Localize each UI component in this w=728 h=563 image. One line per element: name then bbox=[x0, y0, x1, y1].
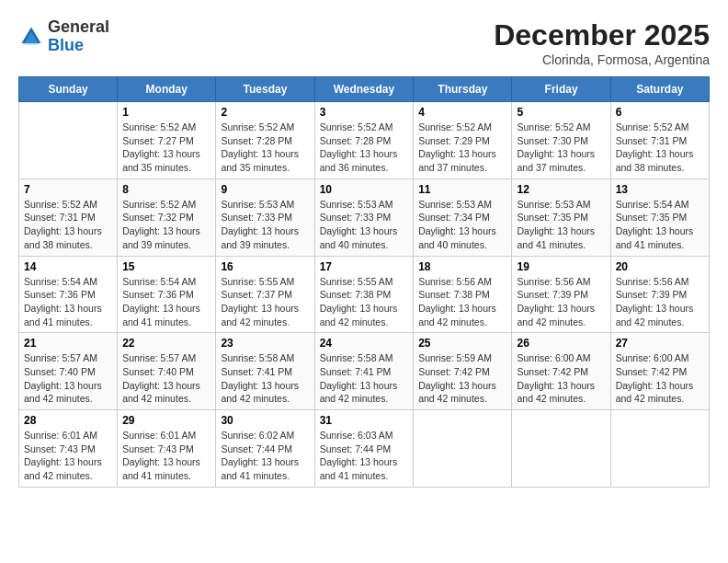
calendar-cell: 7Sunrise: 5:52 AMSunset: 7:31 PMDaylight… bbox=[19, 178, 118, 256]
day-number: 12 bbox=[517, 183, 605, 196]
day-number: 18 bbox=[418, 260, 506, 273]
day-number: 5 bbox=[517, 106, 605, 119]
day-info: Sunrise: 6:00 AMSunset: 7:42 PMDaylight:… bbox=[616, 351, 704, 406]
day-info: Sunrise: 5:54 AMSunset: 7:36 PMDaylight:… bbox=[24, 275, 112, 329]
calendar-cell: 18Sunrise: 5:56 AMSunset: 7:38 PMDayligh… bbox=[414, 256, 512, 333]
calendar-cell: 31Sunrise: 6:03 AMSunset: 7:44 PMDayligh… bbox=[314, 410, 414, 488]
day-info: Sunrise: 6:01 AMSunset: 7:43 PMDaylight:… bbox=[122, 429, 210, 483]
week-row-0: 1Sunrise: 5:52 AMSunset: 7:27 PMDaylight… bbox=[19, 102, 710, 179]
day-info: Sunrise: 5:54 AMSunset: 7:36 PMDaylight:… bbox=[122, 275, 210, 329]
day-header-saturday: Saturday bbox=[610, 77, 709, 102]
day-number: 4 bbox=[418, 106, 506, 119]
month-title: December 2025 bbox=[494, 18, 710, 52]
day-number: 27 bbox=[616, 337, 704, 350]
calendar-cell: 11Sunrise: 5:53 AMSunset: 7:34 PMDayligh… bbox=[414, 178, 512, 256]
calendar-cell bbox=[414, 410, 512, 488]
logo-icon bbox=[18, 24, 44, 50]
day-number: 19 bbox=[517, 260, 605, 273]
day-info: Sunrise: 5:55 AMSunset: 7:37 PMDaylight:… bbox=[221, 275, 309, 329]
day-number: 28 bbox=[24, 414, 112, 427]
day-info: Sunrise: 5:53 AMSunset: 7:33 PMDaylight:… bbox=[320, 198, 409, 252]
logo-text: General Blue bbox=[48, 18, 109, 55]
week-row-2: 14Sunrise: 5:54 AMSunset: 7:36 PMDayligh… bbox=[19, 256, 710, 333]
calendar-cell: 1Sunrise: 5:52 AMSunset: 7:27 PMDaylight… bbox=[118, 102, 216, 179]
day-info: Sunrise: 6:03 AMSunset: 7:44 PMDaylight:… bbox=[320, 429, 409, 483]
week-row-3: 21Sunrise: 5:57 AMSunset: 7:40 PMDayligh… bbox=[19, 333, 710, 410]
day-header-wednesday: Wednesday bbox=[314, 77, 414, 102]
calendar-cell: 26Sunrise: 6:00 AMSunset: 7:42 PMDayligh… bbox=[512, 333, 610, 410]
day-info: Sunrise: 5:53 AMSunset: 7:35 PMDaylight:… bbox=[517, 198, 605, 252]
calendar-cell: 25Sunrise: 5:59 AMSunset: 7:42 PMDayligh… bbox=[414, 333, 512, 410]
day-info: Sunrise: 5:52 AMSunset: 7:31 PMDaylight:… bbox=[24, 198, 112, 252]
calendar-cell: 15Sunrise: 5:54 AMSunset: 7:36 PMDayligh… bbox=[118, 256, 216, 333]
calendar-cell: 28Sunrise: 6:01 AMSunset: 7:43 PMDayligh… bbox=[19, 410, 118, 488]
page-header: General Blue December 2025 Clorinda, For… bbox=[18, 18, 710, 67]
day-number: 20 bbox=[616, 260, 704, 273]
day-info: Sunrise: 5:52 AMSunset: 7:32 PMDaylight:… bbox=[122, 198, 210, 252]
calendar-cell: 19Sunrise: 5:56 AMSunset: 7:39 PMDayligh… bbox=[512, 256, 610, 333]
day-header-monday: Monday bbox=[118, 77, 216, 102]
day-info: Sunrise: 5:52 AMSunset: 7:30 PMDaylight:… bbox=[517, 121, 605, 175]
calendar-cell: 9Sunrise: 5:53 AMSunset: 7:33 PMDaylight… bbox=[216, 178, 314, 256]
calendar-cell: 3Sunrise: 5:52 AMSunset: 7:28 PMDaylight… bbox=[314, 102, 414, 179]
day-info: Sunrise: 6:02 AMSunset: 7:44 PMDaylight:… bbox=[221, 429, 309, 483]
day-header-tuesday: Tuesday bbox=[216, 77, 314, 102]
day-info: Sunrise: 5:58 AMSunset: 7:41 PMDaylight:… bbox=[320, 351, 409, 406]
calendar-cell: 20Sunrise: 5:56 AMSunset: 7:39 PMDayligh… bbox=[610, 256, 709, 333]
calendar-cell: 24Sunrise: 5:58 AMSunset: 7:41 PMDayligh… bbox=[314, 333, 414, 410]
day-number: 17 bbox=[320, 260, 409, 273]
day-info: Sunrise: 5:52 AMSunset: 7:27 PMDaylight:… bbox=[122, 121, 210, 175]
day-info: Sunrise: 5:57 AMSunset: 7:40 PMDaylight:… bbox=[24, 351, 112, 406]
calendar-header-row: SundayMondayTuesdayWednesdayThursdayFrid… bbox=[19, 77, 710, 102]
day-number: 21 bbox=[24, 337, 112, 350]
day-number: 1 bbox=[122, 106, 210, 119]
calendar-cell: 6Sunrise: 5:52 AMSunset: 7:31 PMDaylight… bbox=[610, 102, 709, 179]
day-number: 31 bbox=[320, 414, 409, 427]
calendar-cell bbox=[19, 102, 118, 179]
day-info: Sunrise: 5:52 AMSunset: 7:29 PMDaylight:… bbox=[418, 121, 506, 175]
calendar-cell: 30Sunrise: 6:02 AMSunset: 7:44 PMDayligh… bbox=[216, 410, 314, 488]
day-number: 14 bbox=[24, 260, 112, 273]
calendar-cell bbox=[512, 410, 610, 488]
day-info: Sunrise: 5:52 AMSunset: 7:31 PMDaylight:… bbox=[616, 121, 704, 175]
day-number: 7 bbox=[24, 183, 112, 196]
calendar-cell: 4Sunrise: 5:52 AMSunset: 7:29 PMDaylight… bbox=[414, 102, 512, 179]
calendar-cell bbox=[610, 410, 709, 488]
calendar-cell: 5Sunrise: 5:52 AMSunset: 7:30 PMDaylight… bbox=[512, 102, 610, 179]
day-number: 29 bbox=[122, 414, 210, 427]
day-info: Sunrise: 5:54 AMSunset: 7:35 PMDaylight:… bbox=[616, 198, 704, 252]
calendar-cell: 22Sunrise: 5:57 AMSunset: 7:40 PMDayligh… bbox=[118, 333, 216, 410]
day-number: 16 bbox=[221, 260, 309, 273]
calendar-cell: 17Sunrise: 5:55 AMSunset: 7:38 PMDayligh… bbox=[314, 256, 414, 333]
logo-blue: Blue bbox=[48, 36, 84, 54]
location-subtitle: Clorinda, Formosa, Argentina bbox=[494, 52, 710, 67]
calendar-cell: 13Sunrise: 5:54 AMSunset: 7:35 PMDayligh… bbox=[610, 178, 709, 256]
title-area: December 2025 Clorinda, Formosa, Argenti… bbox=[494, 18, 710, 67]
day-number: 10 bbox=[320, 183, 409, 196]
calendar-cell: 23Sunrise: 5:58 AMSunset: 7:41 PMDayligh… bbox=[216, 333, 314, 410]
day-number: 22 bbox=[122, 337, 210, 350]
calendar-cell: 16Sunrise: 5:55 AMSunset: 7:37 PMDayligh… bbox=[216, 256, 314, 333]
day-info: Sunrise: 6:00 AMSunset: 7:42 PMDaylight:… bbox=[517, 351, 605, 406]
day-number: 25 bbox=[418, 337, 506, 350]
day-number: 2 bbox=[221, 106, 309, 119]
day-number: 13 bbox=[616, 183, 704, 196]
calendar-cell: 14Sunrise: 5:54 AMSunset: 7:36 PMDayligh… bbox=[19, 256, 118, 333]
day-number: 3 bbox=[320, 106, 409, 119]
day-info: Sunrise: 5:59 AMSunset: 7:42 PMDaylight:… bbox=[418, 351, 506, 406]
day-number: 8 bbox=[122, 183, 210, 196]
day-info: Sunrise: 5:56 AMSunset: 7:38 PMDaylight:… bbox=[418, 275, 506, 329]
day-header-thursday: Thursday bbox=[414, 77, 512, 102]
day-info: Sunrise: 5:57 AMSunset: 7:40 PMDaylight:… bbox=[122, 351, 210, 406]
calendar-cell: 21Sunrise: 5:57 AMSunset: 7:40 PMDayligh… bbox=[19, 333, 118, 410]
day-number: 23 bbox=[221, 337, 309, 350]
day-info: Sunrise: 5:55 AMSunset: 7:38 PMDaylight:… bbox=[320, 275, 409, 329]
day-number: 24 bbox=[320, 337, 409, 350]
calendar-table: SundayMondayTuesdayWednesdayThursdayFrid… bbox=[18, 76, 710, 488]
day-info: Sunrise: 5:53 AMSunset: 7:34 PMDaylight:… bbox=[418, 198, 506, 252]
day-header-friday: Friday bbox=[512, 77, 610, 102]
day-number: 9 bbox=[221, 183, 309, 196]
day-info: Sunrise: 5:52 AMSunset: 7:28 PMDaylight:… bbox=[221, 121, 309, 175]
day-info: Sunrise: 5:56 AMSunset: 7:39 PMDaylight:… bbox=[616, 275, 704, 329]
calendar-cell: 29Sunrise: 6:01 AMSunset: 7:43 PMDayligh… bbox=[118, 410, 216, 488]
